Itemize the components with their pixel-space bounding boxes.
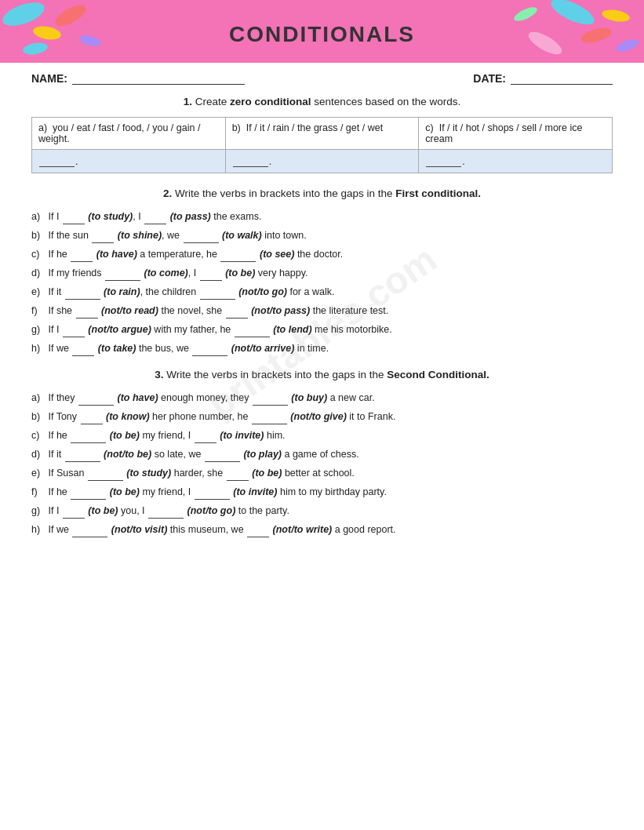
ex1-blank-b[interactable] — [233, 157, 268, 167]
ex2-blank-d2[interactable] — [200, 271, 222, 281]
ex3-line-b: b) If Tony (to know) her phone number, h… — [31, 409, 613, 424]
ex2-blank-a1[interactable] — [63, 214, 85, 224]
ex1-col-a: a) you / eat / fast / food, / you / gain… — [32, 118, 226, 150]
ex1-answer-b: . — [225, 150, 419, 173]
ex1-answer-a: . — [32, 150, 226, 173]
page-title: CONDITIONALS — [0, 8, 644, 47]
ex3-blank-h2[interactable] — [247, 527, 269, 537]
ex2-line-e: e) If it (to rain), the children (not/to… — [31, 284, 613, 300]
date-field: DATE: — [473, 72, 613, 85]
ex2-instruction-prefix: Write the verbs in brackets into the gap… — [175, 187, 395, 199]
ex3-blank-b1[interactable] — [81, 414, 103, 424]
ex1-instruction-prefix: Create — [195, 96, 230, 107]
exercise1-table: a) you / eat / fast / food, / you / gain… — [31, 117, 613, 173]
ex2-blank-e1[interactable] — [65, 289, 100, 300]
ex2-blank-d1[interactable] — [105, 271, 140, 281]
ex3-blank-d2[interactable] — [205, 452, 240, 462]
ex2-blank-h1[interactable] — [72, 346, 94, 356]
ex1-b-prompt: If / it / rain / the grass / get / wet — [246, 122, 383, 133]
ex2-blank-f1[interactable] — [76, 308, 98, 319]
ex2-line-c: c) If he (to have) a temperature, he (to… — [31, 246, 613, 262]
date-input[interactable] — [511, 72, 613, 85]
ex3-blank-e1[interactable] — [88, 471, 123, 481]
ex2-number: 2. — [163, 187, 172, 199]
ex3-line-c: c) If he (to be) my friend, I (to invite… — [31, 428, 613, 443]
exercise3-header: 3. Write the verbs in brackets into the … — [31, 369, 613, 380]
ex3-blank-c1[interactable] — [71, 433, 106, 443]
ex1-header-row: a) you / eat / fast / food, / you / gain… — [32, 118, 613, 150]
ex1-col-b: b) If / it / rain / the grass / get / we… — [225, 118, 419, 150]
ex2-blank-h2[interactable] — [192, 346, 227, 356]
ex3-line-h: h) If we (not/to visit) this museum, we … — [31, 522, 613, 537]
ex3-blank-g2[interactable] — [148, 508, 184, 519]
page-header: CONDITIONALS — [0, 0, 644, 63]
ex2-line-a: a) If I (to study), I (to pass) the exam… — [31, 209, 613, 224]
ex2-line-d: d) If my friends (to come), I (to be) ve… — [31, 265, 613, 281]
name-date-row: NAME: DATE: — [31, 72, 613, 85]
ex2-blank-e2[interactable] — [200, 289, 235, 300]
ex3-line-e: e) If Susan (to study) harder, she (to b… — [31, 465, 613, 481]
ex3-blank-a2[interactable] — [253, 395, 288, 406]
ex1-blank-c[interactable] — [426, 157, 461, 167]
ex3-instruction-bold: Second Conditional. — [387, 369, 489, 380]
name-input[interactable] — [72, 72, 245, 85]
ex2-blank-f2[interactable] — [226, 308, 248, 319]
ex1-a-letter: a) — [38, 122, 47, 133]
ex1-col-c: c) If / it / hot / shops / sell / more i… — [419, 118, 613, 150]
ex2-line-b: b) If the sun (to shine), we (to walk) i… — [31, 228, 613, 243]
ex2-blank-c1[interactable] — [71, 252, 93, 262]
ex1-blank-a[interactable] — [39, 157, 75, 167]
ex3-instruction-prefix: Write the verbs in brackets into the gap… — [166, 369, 387, 380]
ex3-blank-g1[interactable] — [63, 508, 85, 519]
main-content: NAME: DATE: 1. Create zero conditional s… — [0, 63, 644, 564]
ex1-b-letter: b) — [232, 122, 241, 133]
ex3-blank-a1[interactable] — [78, 395, 114, 406]
exercise1-header: 1. Create zero conditional sentences bas… — [31, 96, 613, 107]
ex2-blank-b1[interactable] — [92, 233, 114, 243]
ex3-line-g: g) If I (to be) you, I (not/to go) to th… — [31, 503, 613, 519]
ex2-line-h: h) If we (to take) the bus, we (not/to a… — [31, 340, 613, 356]
exercise2-lines: a) If I (to study), I (to pass) the exam… — [31, 209, 613, 356]
ex1-a-prompt: you / eat / fast / food, / you / gain / … — [38, 122, 200, 144]
date-label: DATE: — [473, 72, 506, 85]
ex3-number: 3. — [155, 369, 163, 380]
ex1-c-letter: c) — [425, 122, 433, 133]
ex2-blank-g2[interactable] — [235, 327, 270, 337]
ex1-number: 1. — [184, 96, 192, 107]
ex1-answer-row: . . . — [32, 150, 613, 173]
name-field: NAME: — [31, 72, 245, 85]
ex1-instruction-bold: zero conditional — [230, 96, 311, 107]
ex3-blank-b2[interactable] — [252, 414, 287, 424]
ex3-blank-c2[interactable] — [195, 433, 216, 443]
ex1-answer-c: . — [419, 150, 613, 173]
ex3-blank-e2[interactable] — [227, 471, 249, 481]
ex2-line-f: f) If she (not/to read) the novel, she (… — [31, 303, 613, 319]
ex3-line-a: a) If they (to have) enough money, they … — [31, 390, 613, 406]
ex3-blank-f1[interactable] — [71, 490, 106, 500]
ex3-blank-h1[interactable] — [72, 527, 107, 537]
ex2-blank-g1[interactable] — [63, 327, 85, 337]
ex1-instruction-suffix: sentences based on the words. — [311, 96, 461, 107]
ex3-blank-d1[interactable] — [65, 452, 100, 462]
ex2-instruction-bold: First conditional. — [395, 187, 481, 199]
ex2-blank-c2[interactable] — [220, 252, 256, 262]
ex3-blank-f2[interactable] — [195, 490, 230, 500]
ex3-line-d: d) If it (not/to be) so late, we (to pla… — [31, 446, 613, 462]
exercise3-lines: a) If they (to have) enough money, they … — [31, 390, 613, 537]
exercise2-header: 2. Write the verbs in brackets into the … — [31, 187, 613, 199]
ex3-line-f: f) If he (to be) my friend, I (to invite… — [31, 484, 613, 500]
ex2-line-g: g) If I (not/to argue) with my father, h… — [31, 322, 613, 337]
ex2-blank-a2[interactable] — [144, 214, 166, 224]
ex1-c-prompt: If / it / hot / shops / sell / more ice … — [425, 122, 582, 144]
ex2-blank-b2[interactable] — [184, 233, 219, 243]
name-label: NAME: — [31, 72, 67, 85]
